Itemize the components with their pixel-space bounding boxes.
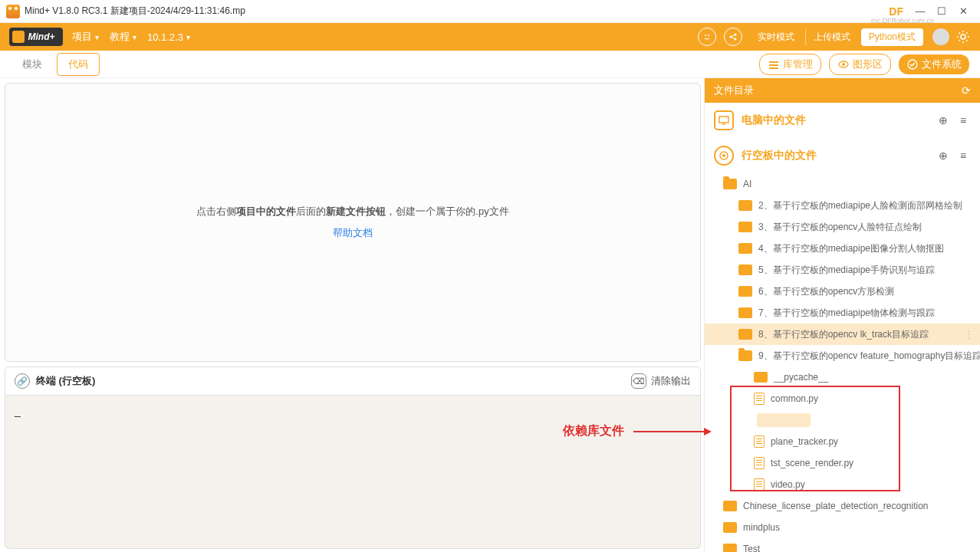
- avatar[interactable]: [932, 28, 949, 45]
- file-icon: [754, 478, 765, 491]
- folder-icon: [723, 544, 737, 552]
- toolbar: 模块 代码 库管理 图形区 文件系统: [0, 51, 980, 78]
- tree-item-label: mindplus: [743, 522, 780, 533]
- tree-item-label: video.py: [771, 479, 805, 490]
- menu-version[interactable]: 10.1.2.3▾: [147, 31, 190, 43]
- svg-line-6: [731, 37, 735, 39]
- file-icon: [754, 393, 765, 405]
- tree-item-label: Chinese_license_plate_detection_recognit…: [743, 501, 929, 511]
- file-icon: [754, 457, 765, 469]
- mode-realtime[interactable]: 实时模式: [750, 28, 802, 46]
- file-icon: [754, 435, 765, 448]
- close-button[interactable]: ✕: [952, 5, 974, 17]
- tree-folder-item[interactable]: 6、基于行空板的opencv方形检测: [705, 281, 980, 302]
- share-icon[interactable]: [724, 28, 742, 46]
- tree-folder-item[interactable]: AI: [705, 173, 980, 195]
- tree-file-item[interactable]: plane_tracker.py: [705, 431, 980, 452]
- new-file-icon[interactable]: ⊕: [936, 113, 951, 128]
- board-files-section[interactable]: 行空板中的文件 ⊕ ≡: [705, 138, 980, 173]
- graphics-button[interactable]: 图形区: [829, 54, 891, 75]
- tree-folder-item[interactable]: [705, 409, 980, 431]
- tab-code[interactable]: 代码: [57, 53, 100, 76]
- svg-rect-10: [769, 67, 778, 69]
- svg-point-12: [842, 63, 845, 66]
- folder-icon: [738, 350, 752, 361]
- board-files-label: 行空板中的文件: [742, 149, 931, 163]
- menu-tutorial[interactable]: 教程▾: [110, 30, 136, 44]
- main: 点击右侧项目中的文件后面的新建文件按钮，创建一个属于你的.py文件 帮助文档 🔗…: [0, 78, 980, 552]
- gear-icon[interactable]: [955, 29, 971, 44]
- editor-area: 点击右侧项目中的文件后面的新建文件按钮，创建一个属于你的.py文件 帮助文档: [5, 83, 701, 362]
- menu-project[interactable]: 项目▾: [72, 30, 99, 44]
- mindplus-logo: Mind+: [9, 28, 63, 46]
- mode-upload[interactable]: 上传模式: [805, 28, 858, 46]
- folder-icon: [738, 307, 752, 318]
- tree-folder-item[interactable]: __pycache__: [705, 366, 980, 388]
- new-file-icon[interactable]: ⊕: [936, 148, 951, 163]
- terminal-cursor: _: [15, 405, 21, 417]
- maximize-button[interactable]: ☐: [931, 5, 952, 17]
- tree-file-item[interactable]: common.py: [705, 388, 980, 409]
- help-link[interactable]: 帮助文档: [333, 226, 373, 240]
- eye-icon: [837, 58, 850, 71]
- titlebar: Mind+ V1.8.0 RC3.1 新建项目-2024/4/29-11:31:…: [0, 0, 980, 23]
- board-icon: [714, 146, 734, 166]
- svg-line-5: [731, 34, 735, 37]
- tree-folder-item[interactable]: Chinese_license_plate_detection_recognit…: [705, 495, 980, 517]
- tree-folder-item[interactable]: 4、基于行空板的mediapipe图像分割人物抠图: [705, 238, 980, 259]
- svg-point-17: [722, 154, 725, 157]
- mode-python[interactable]: Python模式: [861, 28, 923, 46]
- folder-icon: [754, 372, 768, 383]
- tree-item-label: tst_scene_render.py: [771, 458, 853, 468]
- tree-item-label: __pycache__: [774, 372, 828, 383]
- tree-folder-item[interactable]: mindplus: [705, 517, 980, 538]
- tree-folder-item[interactable]: Test: [705, 538, 980, 552]
- tree-folder-item[interactable]: 5、基于行空板的mediapipe手势识别与追踪: [705, 259, 980, 281]
- chevron-down-icon: ▾: [133, 33, 136, 41]
- tree-file-item[interactable]: video.py: [705, 474, 980, 495]
- folder-icon: [738, 264, 752, 275]
- folder-icon: [738, 222, 752, 232]
- tree-folder-item[interactable]: 2、基于行空板的mediapipe人脸检测面部网格绘制: [705, 195, 980, 216]
- refresh-icon[interactable]: ⟳: [962, 84, 971, 97]
- right-pane: 文件目录 ⟳ 电脑中的文件 ⊕ ≡ 行空板中的文件 ⊕ ≡ AI2、基于行空板的…: [704, 78, 980, 552]
- window-title: Mind+ V1.8.0 RC3.1 新建项目-2024/4/29-11:31:…: [25, 5, 245, 18]
- more-icon[interactable]: ⋮: [963, 328, 974, 340]
- monitor-icon: [714, 110, 734, 130]
- tree-item-label: AI: [743, 179, 751, 189]
- tree-folder-item[interactable]: 7、基于行空板的mediapipe物体检测与跟踪: [705, 302, 980, 324]
- file-directory-header: 文件目录 ⟳: [705, 78, 980, 103]
- file-tree: AI2、基于行空板的mediapipe人脸检测面部网格绘制3、基于行空板的ope…: [705, 173, 980, 552]
- tree-item-label: common.py: [771, 393, 818, 404]
- tree-folder-item[interactable]: 8、基于行空板的opencv lk_track目标追踪⋮: [705, 324, 980, 345]
- tree-folder-item[interactable]: 3、基于行空板的opencv人脸特征点绘制: [705, 216, 980, 238]
- tree-item-label: Test: [743, 544, 760, 552]
- library-icon: [768, 58, 780, 71]
- app-icon: [6, 5, 20, 18]
- clear-output-button[interactable]: ⌫清除输出: [631, 373, 691, 389]
- tree-folder-item[interactable]: 9、基于行空板的opencv feature_homography目标追踪: [705, 345, 980, 366]
- menu-icon[interactable]: ≡: [955, 148, 971, 163]
- menubar: Mind+ 项目▾ 教程▾ 10.1.2.3▾ 实时模式 上传模式 Python…: [0, 23, 980, 51]
- folder-icon: [738, 329, 752, 340]
- tree-item-label: 9、基于行空板的opencv feature_homography目标追踪: [758, 350, 980, 363]
- folder-icon: [738, 243, 752, 254]
- tree-item-label: 6、基于行空板的opencv方形检测: [758, 285, 894, 298]
- folder-icon: [723, 522, 737, 533]
- svg-point-1: [708, 34, 709, 36]
- computer-files-section[interactable]: 电脑中的文件 ⊕ ≡: [705, 103, 980, 138]
- tree-item-label: 3、基于行空板的opencv人脸特征点绘制: [758, 221, 922, 234]
- chevron-down-icon: ▾: [95, 33, 99, 41]
- terminal-body[interactable]: _: [5, 396, 701, 549]
- tree-item-label: plane_tracker.py: [771, 436, 838, 447]
- tree-file-item[interactable]: tst_scene_render.py: [705, 452, 980, 474]
- filesystem-button[interactable]: 文件系统: [899, 54, 969, 74]
- lib-manage-button[interactable]: 库管理: [759, 54, 821, 75]
- minimize-button[interactable]: —: [909, 5, 931, 17]
- smiley-icon[interactable]: [698, 28, 716, 46]
- menu-icon[interactable]: ≡: [955, 113, 971, 128]
- tab-block[interactable]: 模块: [11, 53, 54, 76]
- svg-rect-8: [769, 61, 778, 63]
- computer-files-label: 电脑中的文件: [742, 113, 931, 127]
- chevron-down-icon: ▾: [186, 33, 190, 41]
